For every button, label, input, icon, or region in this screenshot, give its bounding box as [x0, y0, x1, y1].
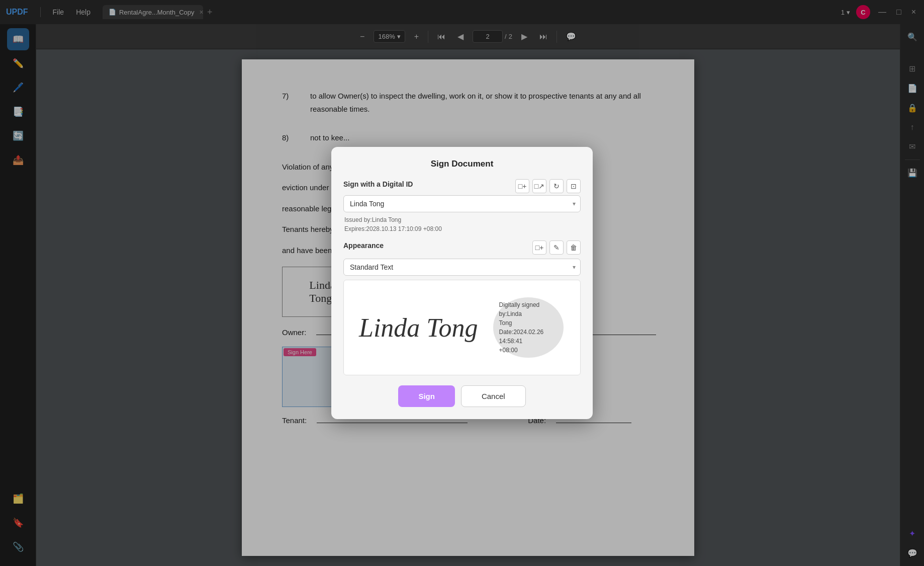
id-actions: □+ □↗ ↻ ⊡ — [515, 179, 581, 193]
dialog-overlay: Sign Document Sign with a Digital ID □+ … — [0, 0, 924, 566]
delete-appearance-button[interactable]: 🗑 — [567, 240, 581, 255]
sign-button[interactable]: Sign — [398, 385, 455, 407]
settings-id-button[interactable]: ⊡ — [567, 179, 581, 193]
export-id-button[interactable]: □↗ — [532, 179, 546, 193]
stamp-text: Digitally signed by:Linda Tong Date:2024… — [499, 300, 558, 355]
appearance-select-wrapper: Standard Text ▾ — [343, 259, 581, 276]
appearance-row: Appearance □+ ✎ 🗑 — [343, 240, 581, 255]
digital-id-select-wrapper: Linda Tong ▾ — [343, 195, 581, 212]
digital-id-select[interactable]: Linda Tong — [343, 195, 581, 212]
preview-stamp: Digitally signed by:Linda Tong Date:2024… — [493, 297, 564, 358]
edit-appearance-button[interactable]: ✎ — [549, 240, 564, 255]
sign-with-id-label: Sign with a Digital ID — [343, 180, 413, 188]
appearance-label: Appearance — [343, 241, 384, 250]
signature-preview: Linda Tong Digitally signed by:Linda Ton… — [343, 280, 581, 375]
sign-document-dialog: Sign Document Sign with a Digital ID □+ … — [331, 147, 593, 419]
add-appearance-button[interactable]: □+ — [532, 240, 546, 255]
cancel-button[interactable]: Cancel — [461, 385, 526, 407]
stamp-line4: +08:00 — [499, 347, 518, 354]
stamp-line1: Digitally signed by:Linda — [499, 301, 540, 317]
appearance-select[interactable]: Standard Text — [343, 259, 581, 276]
add-id-button[interactable]: □+ — [515, 179, 529, 193]
stamp-line2: Tong — [499, 319, 512, 327]
dialog-buttons: Sign Cancel — [343, 385, 581, 407]
preview-name: Linda Tong — [359, 313, 478, 343]
sign-with-id-row: Sign with a Digital ID □+ □↗ ↻ ⊡ — [343, 179, 581, 193]
refresh-id-button[interactable]: ↻ — [549, 179, 564, 193]
expires-info: Expires:2028.10.13 17:10:09 +08:00 — [343, 225, 581, 232]
stamp-line3: Date:2024.02.26 14:58:41 — [499, 329, 544, 345]
appearance-actions: □+ ✎ 🗑 — [532, 240, 581, 255]
dialog-title: Sign Document — [343, 159, 581, 169]
issued-by-info: Issued by:Linda Tong — [343, 216, 581, 223]
